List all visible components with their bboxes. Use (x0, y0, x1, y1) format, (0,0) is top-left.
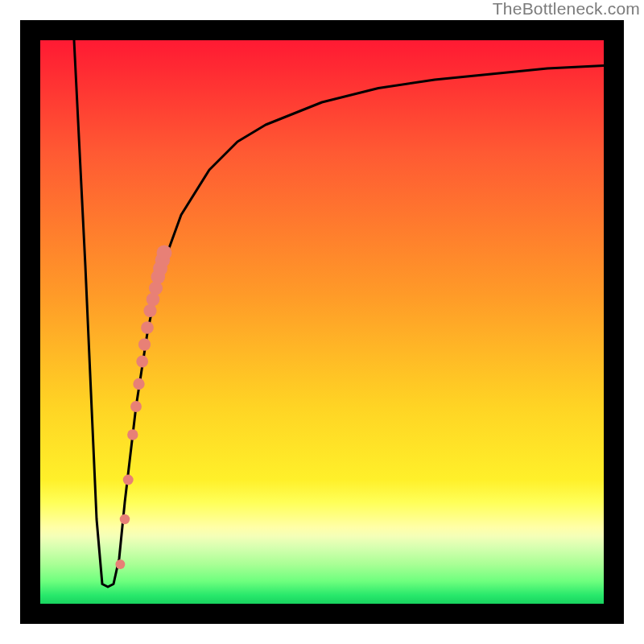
gradient-background (40, 40, 604, 604)
watermark-text: TheBottleneck.com (493, 0, 640, 19)
bottleneck-chart: TheBottleneck.com (0, 0, 644, 644)
plot-frame (20, 20, 624, 624)
